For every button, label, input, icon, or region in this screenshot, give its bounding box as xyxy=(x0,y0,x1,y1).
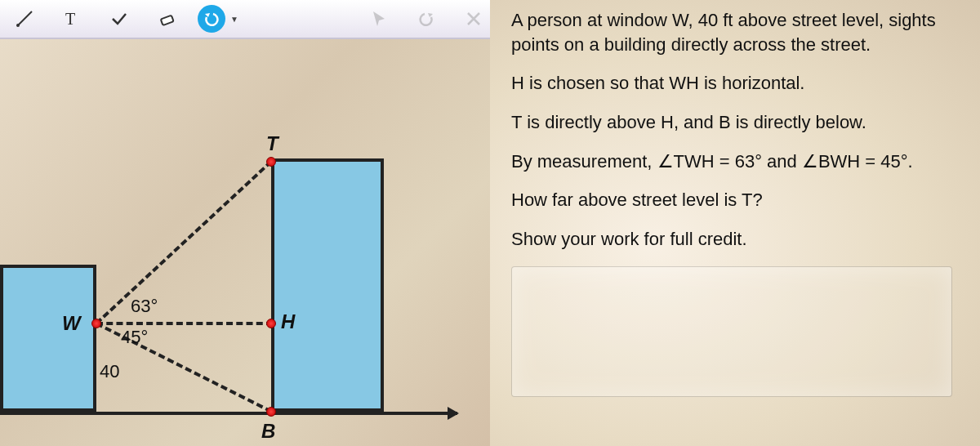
point-H xyxy=(266,319,276,328)
problem-line-5: How far above street level is T? xyxy=(511,188,965,212)
point-B xyxy=(266,407,276,417)
pointer-tool-icon[interactable] xyxy=(363,4,395,33)
close-icon[interactable] xyxy=(457,4,490,33)
figure-panel: T W H B 63° 45° 40 xyxy=(0,39,490,446)
edge-tool-icon[interactable] xyxy=(8,4,41,33)
undo-button[interactable] xyxy=(198,5,225,33)
label-B: B xyxy=(261,420,275,443)
label-T: T xyxy=(266,132,278,155)
angle-top-label: 63° xyxy=(131,296,158,317)
check-tool-icon[interactable] xyxy=(103,4,136,33)
toolbar: T ▼ xyxy=(0,0,490,39)
point-T xyxy=(266,157,276,167)
problem-panel: A person at window W, 40 ft above street… xyxy=(490,0,980,446)
problem-line-6: Show your work for full credit. xyxy=(511,227,965,252)
observer-building xyxy=(0,265,96,412)
label-W: W xyxy=(62,312,81,335)
undo-dropdown-icon[interactable]: ▼ xyxy=(230,15,238,24)
segment-WT xyxy=(96,160,273,324)
problem-line-1: A person at window W, 40 ft above street… xyxy=(511,8,965,56)
target-building xyxy=(271,158,384,412)
svg-point-0 xyxy=(16,24,20,27)
geometry-figure: T W H B 63° 45° 40 xyxy=(0,39,490,446)
ground-line xyxy=(0,412,457,415)
eraser-tool-icon[interactable] xyxy=(150,4,183,33)
answer-input[interactable] xyxy=(511,266,952,397)
problem-line-3: T is directly above H, and B is directly… xyxy=(511,110,965,135)
height-40-label: 40 xyxy=(100,361,119,382)
point-W xyxy=(91,319,101,328)
svg-rect-2 xyxy=(161,16,174,25)
segment-WH xyxy=(96,322,273,325)
problem-line-4: By measurement, ∠TWH = 63° and ∠BWH = 45… xyxy=(511,149,965,174)
svg-text:T: T xyxy=(65,10,75,28)
angle-bottom-label: 45° xyxy=(121,327,148,348)
text-tool-icon[interactable]: T xyxy=(56,4,88,33)
problem-line-2: H is chosen so that WH is horizontal. xyxy=(511,71,965,96)
redo-icon[interactable] xyxy=(410,4,443,33)
label-H: H xyxy=(281,310,295,333)
